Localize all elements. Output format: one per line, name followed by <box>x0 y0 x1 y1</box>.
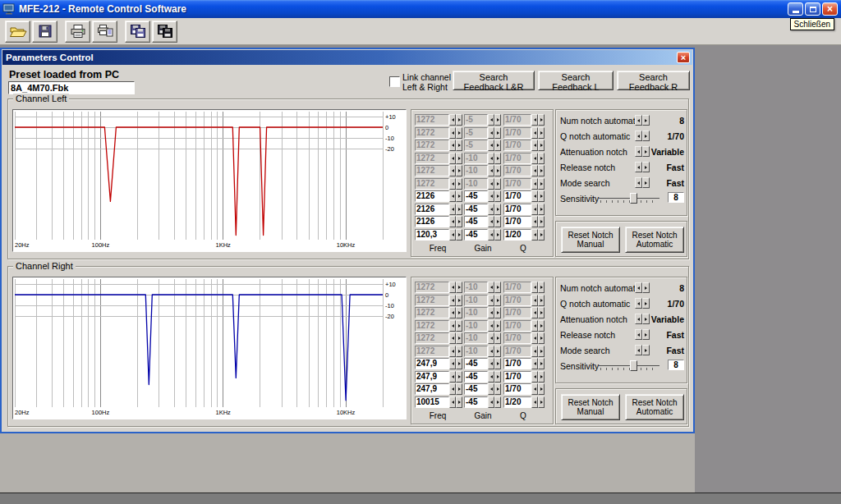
q-spin-up-button[interactable] <box>538 282 545 293</box>
param-spin-up-button[interactable] <box>642 345 650 355</box>
param-spin-down-button[interactable] <box>635 115 642 126</box>
freq-spin-down-button[interactable] <box>449 320 456 332</box>
q-spin-down-button[interactable] <box>531 358 538 369</box>
param-spin-down-button[interactable] <box>635 298 642 309</box>
q-spin-down-button[interactable] <box>531 229 538 241</box>
freq-spin-down-button[interactable] <box>449 396 456 408</box>
param-spin-down-button[interactable] <box>635 329 642 340</box>
param-spin-down-button[interactable] <box>635 146 642 157</box>
q-spin-up-button[interactable] <box>538 165 545 176</box>
q-field[interactable]: 1/70 <box>503 320 531 332</box>
freq-spin-down-button[interactable] <box>449 153 456 164</box>
q-field[interactable]: 1/20 <box>503 229 531 241</box>
param-spin-up-button[interactable] <box>642 115 650 126</box>
freq-spin-down-button[interactable] <box>449 114 456 126</box>
gain-spin-up-button[interactable] <box>494 165 501 176</box>
freq-field[interactable]: 1272 <box>415 295 449 306</box>
freq-spin-up-button[interactable] <box>456 165 462 176</box>
gain-spin-up-button[interactable] <box>494 229 501 241</box>
freq-field[interactable]: 1272 <box>415 346 449 357</box>
gain-spin-up-button[interactable] <box>494 346 501 357</box>
close-button[interactable]: × <box>822 2 838 16</box>
gain-field[interactable]: -45 <box>464 229 488 241</box>
freq-spin-down-button[interactable] <box>449 140 456 151</box>
q-field[interactable]: 1/70 <box>503 140 531 151</box>
q-spin-up-button[interactable] <box>538 229 545 241</box>
gain-spin-down-button[interactable] <box>488 346 494 357</box>
q-spin-down-button[interactable] <box>531 127 538 139</box>
gain-spin-down-button[interactable] <box>488 127 494 139</box>
gain-spin-up-button[interactable] <box>494 114 501 126</box>
freq-field[interactable]: 120,3 <box>415 229 449 241</box>
gain-spin-up-button[interactable] <box>494 320 501 332</box>
freq-field[interactable]: 1272 <box>415 307 449 318</box>
toolbar-copy-disk-button[interactable] <box>125 21 150 43</box>
gain-field[interactable]: -5 <box>464 140 488 151</box>
q-spin-down-button[interactable] <box>531 216 538 227</box>
gain-field[interactable]: -10 <box>464 332 488 344</box>
q-spin-down-button[interactable] <box>531 153 538 164</box>
maximize-button[interactable] <box>805 2 820 16</box>
freq-spin-down-button[interactable] <box>449 190 456 202</box>
reset-notch-manual-button[interactable]: Reset NotchManual <box>561 227 620 253</box>
gain-spin-down-button[interactable] <box>488 178 494 190</box>
q-field[interactable]: 1/70 <box>503 153 531 164</box>
slider-thumb[interactable] <box>630 193 637 204</box>
gain-field[interactable]: -10 <box>464 346 488 357</box>
reset-notch-manual-button[interactable]: Reset NotchManual <box>561 394 620 420</box>
freq-field[interactable]: 10015 <box>415 396 449 408</box>
gain-field[interactable]: -5 <box>464 114 488 126</box>
gain-spin-down-button[interactable] <box>488 282 494 293</box>
freq-spin-up-button[interactable] <box>456 371 462 383</box>
q-field[interactable]: 1/70 <box>503 332 531 344</box>
freq-field[interactable]: 1272 <box>415 332 449 344</box>
q-spin-down-button[interactable] <box>531 320 538 332</box>
gain-field[interactable]: -45 <box>464 190 488 202</box>
param-spin-up-button[interactable] <box>642 162 650 172</box>
q-spin-up-button[interactable] <box>538 396 545 408</box>
gain-spin-down-button[interactable] <box>488 332 494 344</box>
gain-spin-down-button[interactable] <box>488 153 494 164</box>
freq-spin-down-button[interactable] <box>449 332 456 344</box>
q-field[interactable]: 1/70 <box>503 165 531 176</box>
q-field[interactable]: 1/70 <box>503 383 531 395</box>
freq-spin-up-button[interactable] <box>456 127 462 139</box>
gain-spin-down-button[interactable] <box>488 371 494 383</box>
q-spin-up-button[interactable] <box>538 371 545 383</box>
q-spin-up-button[interactable] <box>538 190 545 202</box>
q-spin-down-button[interactable] <box>531 165 538 176</box>
gain-spin-down-button[interactable] <box>488 216 494 227</box>
q-spin-down-button[interactable] <box>531 383 538 395</box>
sensitivity-slider[interactable] <box>599 360 659 372</box>
param-spin-up-button[interactable] <box>642 282 650 293</box>
toolbar-save-button[interactable] <box>32 21 57 43</box>
q-spin-down-button[interactable] <box>531 295 538 306</box>
gain-field[interactable]: -10 <box>464 153 488 164</box>
freq-field[interactable]: 1272 <box>415 140 449 151</box>
q-spin-up-button[interactable] <box>538 178 545 190</box>
gain-spin-down-button[interactable] <box>488 114 494 126</box>
param-spin-down-button[interactable] <box>635 162 642 172</box>
gain-spin-down-button[interactable] <box>488 140 494 151</box>
gain-spin-down-button[interactable] <box>488 383 494 395</box>
freq-spin-up-button[interactable] <box>456 346 462 357</box>
q-spin-down-button[interactable] <box>531 396 538 408</box>
q-spin-down-button[interactable] <box>531 140 538 151</box>
freq-spin-up-button[interactable] <box>456 320 462 332</box>
gain-spin-up-button[interactable] <box>494 358 501 369</box>
q-spin-up-button[interactable] <box>538 114 545 126</box>
gain-spin-up-button[interactable] <box>494 396 501 408</box>
freq-spin-up-button[interactable] <box>456 204 462 215</box>
q-spin-up-button[interactable] <box>538 295 545 306</box>
q-field[interactable]: 1/70 <box>503 295 531 306</box>
freq-spin-up-button[interactable] <box>456 282 462 293</box>
freq-field[interactable]: 2126 <box>415 190 449 202</box>
param-spin-down-button[interactable] <box>635 282 642 293</box>
freq-spin-up-button[interactable] <box>456 178 462 190</box>
q-spin-up-button[interactable] <box>538 332 545 344</box>
gain-spin-down-button[interactable] <box>488 190 494 202</box>
param-spin-down-button[interactable] <box>635 314 642 324</box>
gain-spin-up-button[interactable] <box>494 282 501 293</box>
toolbar-save-all-button[interactable] <box>152 21 177 43</box>
freq-spin-down-button[interactable] <box>449 383 456 395</box>
